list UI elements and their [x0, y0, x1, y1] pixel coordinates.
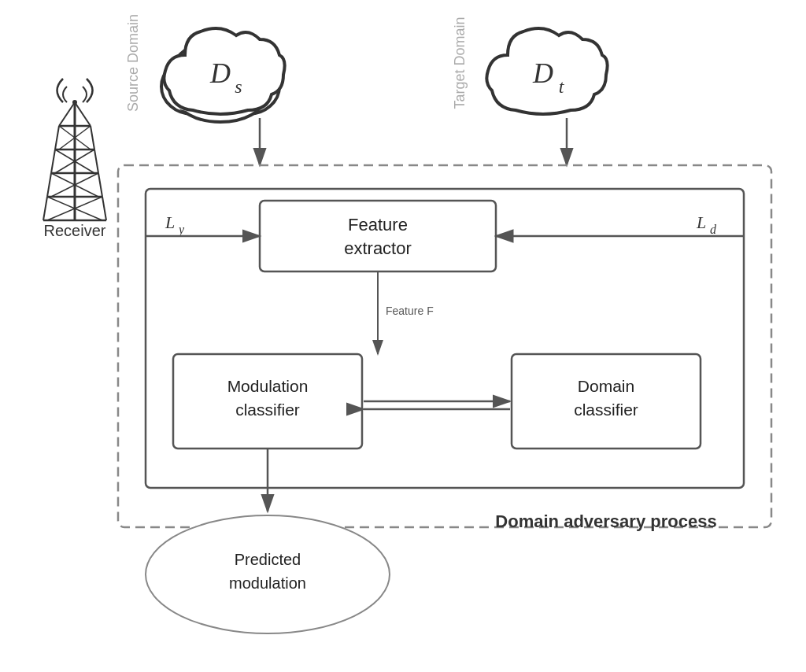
- svg-text:classifier: classifier: [235, 401, 300, 419]
- svg-point-24: [72, 100, 77, 105]
- svg-line-10: [51, 150, 55, 173]
- modulation-classifier-label: Modulation: [227, 377, 309, 395]
- svg-text:modulation: modulation: [229, 574, 306, 592]
- feature-extractor-box: [260, 201, 496, 271]
- domain-classifier-label: Domain: [578, 377, 634, 395]
- svg-line-9: [91, 126, 94, 150]
- svg-text:y: y: [177, 223, 185, 237]
- source-domain-cloud: D s: [161, 28, 285, 122]
- svg-text:classifier: classifier: [574, 401, 638, 419]
- receiver-label: Receiver: [44, 222, 106, 239]
- domain-adversary-label: Domain adversary process: [495, 511, 716, 531]
- source-domain-label: Source Domain: [125, 14, 141, 112]
- svg-line-7: [75, 102, 91, 126]
- ld-label: L: [696, 212, 706, 232]
- svg-text:d: d: [710, 223, 717, 236]
- svg-text:extractor: extractor: [344, 238, 412, 258]
- svg-text:D: D: [209, 57, 231, 89]
- svg-line-15: [102, 197, 106, 220]
- svg-text:D: D: [532, 57, 553, 89]
- receiver-icon: [43, 79, 106, 220]
- svg-text:s: s: [235, 76, 242, 97]
- svg-line-11: [94, 150, 98, 173]
- target-domain-label: Target Domain: [452, 17, 468, 109]
- predicted-modulation-label: Predicted: [235, 551, 301, 568]
- svg-line-12: [47, 173, 51, 197]
- ly-label: L: [165, 212, 175, 232]
- svg-line-14: [43, 197, 47, 220]
- target-domain-cloud: D t: [486, 28, 607, 114]
- diagram-container: Receiver D s Source Domain D t: [0, 0, 806, 672]
- svg-line-6: [59, 102, 75, 126]
- feature-extractor-label: Feature: [348, 215, 408, 234]
- feature-f-label: Feature F: [386, 305, 434, 317]
- svg-line-8: [55, 126, 59, 150]
- svg-line-13: [98, 173, 102, 197]
